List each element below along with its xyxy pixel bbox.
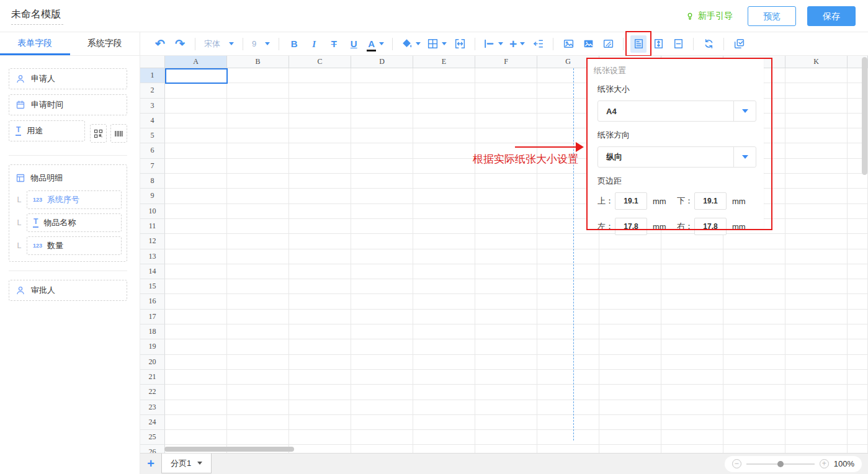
barcode-field[interactable]	[110, 124, 127, 143]
cell-F17[interactable]	[475, 310, 537, 324]
field-apply-time[interactable]: 申请时间	[9, 94, 127, 115]
image-filled-button[interactable]	[580, 35, 596, 53]
cell-D14[interactable]	[351, 264, 413, 279]
cell-H26[interactable]	[599, 445, 661, 453]
cell-G13[interactable]	[537, 249, 599, 264]
cell-F2[interactable]	[475, 83, 537, 98]
cell-C20[interactable]	[289, 355, 351, 370]
refresh-button[interactable]	[700, 35, 717, 53]
cell-A8[interactable]	[165, 174, 227, 189]
sheet-tab[interactable]: 分页1	[161, 454, 212, 473]
cell-G18[interactable]	[537, 324, 599, 339]
cell-A5[interactable]	[165, 128, 227, 143]
merge-cells-button[interactable]	[452, 35, 468, 53]
cell-I21[interactable]	[661, 370, 723, 385]
cell-K5[interactable]	[785, 128, 848, 143]
cell-D6[interactable]	[351, 143, 413, 158]
cell-J26[interactable]	[723, 445, 785, 453]
cell-G23[interactable]	[537, 400, 599, 415]
cell-E9[interactable]	[413, 189, 475, 203]
margin-left-input[interactable]	[615, 218, 647, 235]
cell-C2[interactable]	[289, 83, 351, 98]
cell-I24[interactable]	[661, 415, 723, 430]
cell-A7[interactable]	[165, 159, 227, 174]
cell-G15[interactable]	[537, 279, 599, 294]
row-header-16[interactable]: 16	[140, 294, 165, 309]
cell-I23[interactable]	[661, 400, 723, 415]
cell-G19[interactable]	[537, 339, 599, 354]
cell-K14[interactable]	[785, 264, 848, 279]
cell-E26[interactable]	[413, 445, 475, 453]
cell-F8[interactable]	[475, 174, 537, 189]
cell-E23[interactable]	[413, 400, 475, 415]
cell-K13[interactable]	[785, 249, 848, 264]
cell-D26[interactable]	[351, 445, 413, 453]
cell-H20[interactable]	[599, 355, 661, 370]
cell-A10[interactable]	[165, 204, 227, 219]
cell-K23[interactable]	[785, 400, 848, 415]
cell-A6[interactable]	[165, 143, 227, 158]
preview-button[interactable]: 预览	[748, 6, 796, 26]
cell-F9[interactable]	[475, 189, 537, 203]
cell-E15[interactable]	[413, 279, 475, 294]
cell-G16[interactable]	[537, 294, 599, 309]
column-header-A[interactable]: A	[165, 56, 227, 68]
cell-F16[interactable]	[475, 294, 537, 309]
cell-A3[interactable]	[165, 99, 227, 114]
cell-D7[interactable]	[351, 159, 413, 174]
cell-D3[interactable]	[351, 99, 413, 114]
cell-K18[interactable]	[785, 324, 848, 339]
add-sheet-button[interactable]: +	[140, 457, 161, 471]
row-header-24[interactable]: 24	[140, 415, 165, 430]
italic-button[interactable]: I	[306, 35, 322, 53]
cell-A9[interactable]	[165, 189, 227, 203]
cell-A11[interactable]	[165, 219, 227, 234]
cell-J18[interactable]	[723, 324, 785, 339]
cell-C19[interactable]	[289, 339, 351, 354]
cell-I15[interactable]	[661, 279, 723, 294]
cell-C12[interactable]	[289, 234, 351, 249]
cell-F25[interactable]	[475, 430, 537, 445]
cell-A23[interactable]	[165, 400, 227, 415]
column-header-K[interactable]: K	[785, 56, 848, 68]
dropdown-button[interactable]	[733, 147, 756, 167]
cell-C7[interactable]	[289, 159, 351, 174]
cell-K16[interactable]	[785, 294, 848, 309]
cell-C4[interactable]	[289, 114, 351, 128]
cell-G12[interactable]	[537, 234, 599, 249]
cell-K10[interactable]	[785, 204, 848, 219]
cell-G26[interactable]	[537, 445, 599, 453]
cell-A24[interactable]	[165, 415, 227, 430]
cell-J19[interactable]	[723, 339, 785, 354]
cell-C15[interactable]	[289, 279, 351, 294]
cell-B5[interactable]	[227, 128, 289, 143]
cell-K2[interactable]	[785, 83, 848, 98]
cell-A25[interactable]	[165, 430, 227, 445]
cell-J24[interactable]	[723, 415, 785, 430]
align-button[interactable]	[482, 35, 504, 53]
underline-button[interactable]: U	[346, 35, 362, 53]
cell-D10[interactable]	[351, 204, 413, 219]
cell-E22[interactable]	[413, 385, 475, 400]
cell-B11[interactable]	[227, 219, 289, 234]
cell-K3[interactable]	[785, 99, 848, 114]
cell-A19[interactable]	[165, 339, 227, 354]
column-header-B[interactable]: B	[227, 56, 289, 68]
cell-H22[interactable]	[599, 385, 661, 400]
horizontal-scrollbar[interactable]	[164, 447, 294, 452]
cell-G21[interactable]	[537, 370, 599, 385]
cell-C11[interactable]	[289, 219, 351, 234]
redo-button[interactable]: ↷	[172, 35, 188, 53]
cell-E25[interactable]	[413, 430, 475, 445]
cell-F3[interactable]	[475, 99, 537, 114]
row-header-6[interactable]: 6	[140, 143, 165, 158]
cell-I19[interactable]	[661, 339, 723, 354]
column-header-C[interactable]: C	[289, 56, 351, 68]
watermark-button[interactable]	[600, 35, 616, 53]
cell-B4[interactable]	[227, 114, 289, 128]
cell-A18[interactable]	[165, 324, 227, 339]
cell-B20[interactable]	[227, 355, 289, 370]
page-margin-button[interactable]	[670, 35, 686, 53]
cell-D15[interactable]	[351, 279, 413, 294]
row-header-12[interactable]: 12	[140, 234, 165, 249]
